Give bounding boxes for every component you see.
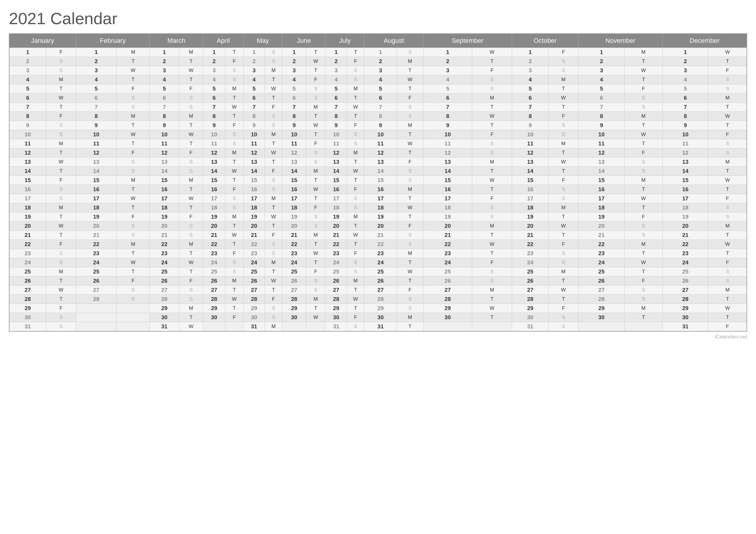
day-letter: S <box>116 221 150 231</box>
calendar-row: 19T19F19F19M19W19S19M19T19S19T19F19S <box>9 213 747 221</box>
day-letter: W <box>265 148 282 158</box>
day-letter: F <box>347 185 364 194</box>
calendar-row: 14T14S14S14W14F14M14W14S14T14T14S14T <box>9 167 747 176</box>
day-letter: F <box>625 276 662 286</box>
day-num: 27 <box>9 286 46 295</box>
day-letter: F <box>116 276 150 286</box>
day-letter: T <box>179 313 203 322</box>
day-letter: T <box>347 286 364 295</box>
day-num: 8 <box>203 112 225 121</box>
day-num: 22 <box>364 240 397 249</box>
month-header-may: May <box>243 34 282 48</box>
day-letter: M <box>265 66 282 75</box>
day-num: 4 <box>150 75 179 84</box>
day-num: 7 <box>423 103 472 112</box>
day-letter: F <box>548 112 578 121</box>
day-letter: S <box>116 286 150 295</box>
day-letter: T <box>46 167 76 176</box>
day-letter: W <box>397 75 423 84</box>
day-num: 8 <box>364 112 397 121</box>
day-letter: W <box>46 158 76 167</box>
day-num: 17 <box>325 194 347 203</box>
day-letter: F <box>116 148 150 158</box>
day-letter: S <box>472 75 512 84</box>
day-letter: F <box>548 48 578 57</box>
day-num: 21 <box>364 231 397 240</box>
day-num: 13 <box>282 158 306 167</box>
calendar-row: 9S9T9T9F9S9W9F9M9T9S9T9T <box>9 121 747 130</box>
day-letter: F <box>472 258 512 267</box>
day-letter: T <box>625 185 662 194</box>
day-letter: S <box>116 295 150 304</box>
day-num <box>76 313 116 322</box>
day-num: 7 <box>203 103 225 112</box>
day-num: 8 <box>76 112 116 121</box>
day-num: 7 <box>325 103 347 112</box>
day-letter: M <box>306 167 325 176</box>
day-num: 24 <box>243 258 265 267</box>
day-letter: T <box>179 75 203 84</box>
day-num: 8 <box>150 112 179 121</box>
day-letter: W <box>306 185 325 194</box>
day-letter: F <box>709 322 747 332</box>
day-num: 17 <box>150 194 179 203</box>
day-letter: S <box>472 148 512 158</box>
day-letter: S <box>347 139 364 148</box>
day-num: 26 <box>282 276 306 286</box>
day-num: 12 <box>578 148 624 158</box>
day-letter: M <box>397 121 423 130</box>
day-letter: S <box>225 130 243 139</box>
day-letter: T <box>116 75 150 84</box>
day-num: 6 <box>325 93 347 103</box>
day-num: 9 <box>423 121 472 130</box>
day-num: 1 <box>364 48 397 57</box>
day-num: 9 <box>203 121 225 130</box>
day-num: 30 <box>9 313 46 322</box>
day-letter: M <box>265 194 282 203</box>
day-num: 24 <box>578 258 624 267</box>
day-letter: F <box>265 167 282 176</box>
day-letter: M <box>116 176 150 185</box>
day-num: 10 <box>364 130 397 139</box>
calendar-table: JanuaryFebruaryMarchAprilMayJuneJulyAugu… <box>9 33 747 332</box>
day-num: 15 <box>662 176 709 185</box>
day-letter: W <box>625 130 662 139</box>
day-letter: M <box>625 240 662 249</box>
day-letter: W <box>46 93 76 103</box>
day-num: 27 <box>512 286 549 295</box>
day-letter: M <box>397 57 423 66</box>
day-letter: F <box>625 84 662 93</box>
day-letter: M <box>179 240 203 249</box>
calendar-row: 6W6S6S6T6T6S6T6F6M6W6S6M <box>9 93 747 103</box>
day-num <box>203 322 225 332</box>
day-num: 7 <box>662 103 709 112</box>
day-num: 17 <box>578 194 624 203</box>
day-letter: W <box>548 221 578 231</box>
day-letter: T <box>116 267 150 276</box>
day-num: 20 <box>9 221 46 231</box>
calendar-row: 28T28S28S28W28F28M28W28S28T28T28S28T <box>9 295 747 304</box>
day-num: 21 <box>512 231 549 240</box>
day-letter: S <box>116 167 150 176</box>
day-letter: M <box>265 322 282 332</box>
day-num: 25 <box>9 267 46 276</box>
calendar-row: 25M25T25T25S25T25F25S25W25S25M25T25S <box>9 267 747 276</box>
day-letter: T <box>306 176 325 185</box>
day-letter: S <box>179 286 203 295</box>
day-letter: T <box>709 231 747 240</box>
day-letter: T <box>347 240 364 249</box>
day-letter: M <box>46 203 76 213</box>
day-num: 17 <box>243 194 265 203</box>
day-num: 19 <box>662 213 709 221</box>
day-letter: S <box>116 93 150 103</box>
day-letter: S <box>306 158 325 167</box>
day-num: 16 <box>243 185 265 194</box>
day-letter: T <box>265 75 282 84</box>
day-letter: T <box>625 75 662 84</box>
day-num: 17 <box>512 194 549 203</box>
day-letter: F <box>179 213 203 221</box>
calendar-row: 1F1M1M1T1S1T1T1S1W1F1M1W <box>9 48 747 57</box>
day-letter: W <box>306 121 325 130</box>
day-num: 3 <box>364 66 397 75</box>
day-letter: T <box>46 148 76 158</box>
